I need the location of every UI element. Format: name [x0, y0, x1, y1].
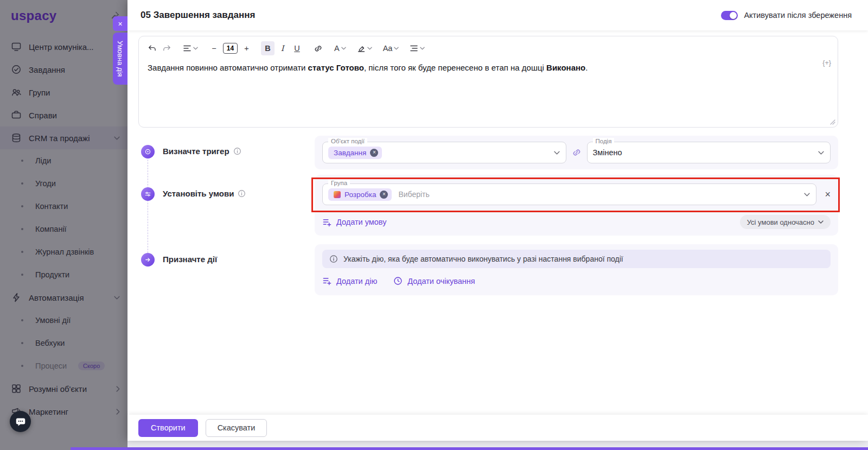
activate-toggle-label: Активувати після збереження	[744, 11, 852, 20]
add-condition-button[interactable]: Додати умову	[322, 218, 386, 227]
group-placeholder: Виберіть	[398, 190, 429, 199]
chip-remove-button[interactable]: ×	[380, 191, 388, 199]
font-size-increase-button[interactable]: +	[240, 41, 253, 55]
add-wait-button[interactable]: Додати очікування	[393, 276, 475, 286]
close-icon: ×	[118, 20, 122, 28]
chevron-down-icon	[367, 47, 372, 50]
chevron-down-icon	[804, 193, 810, 197]
editor-text-bold: статус Готово	[308, 63, 364, 72]
condition-row: Група Розробка × Виберіть ×	[322, 183, 831, 205]
match-mode-dropdown[interactable]: Усі умови одночасно	[740, 215, 831, 229]
editor-text: Завдання повинно автоматично отримати	[148, 63, 308, 72]
editor-toolbar: − 14 + B I U A	[139, 36, 838, 56]
event-value: Змінено	[593, 148, 622, 157]
automation-editor-panel: × Умовна дія 05 Завершення завдання Акти…	[127, 0, 868, 441]
add-wait-label: Додати очікування	[407, 277, 475, 286]
actions-hint-text: Укажіть дію, яка буде автоматично викону…	[343, 255, 623, 263]
add-condition-icon	[322, 218, 331, 227]
align-dropdown-button[interactable]	[181, 41, 200, 55]
create-button[interactable]: Створити	[138, 419, 198, 437]
insert-variable-button[interactable]: {+}	[822, 59, 831, 67]
chevron-down-icon	[394, 47, 399, 50]
underline-button[interactable]: U	[290, 41, 304, 55]
trigger-step-row: Визначте тригер	[163, 147, 241, 156]
chevron-down-icon	[818, 220, 824, 224]
info-icon	[329, 255, 338, 263]
app: uspacy Центр комуніка... Завдання Групи …	[0, 0, 868, 450]
editor-text: .	[585, 63, 588, 72]
panel-side-tab: × Умовна дія	[113, 16, 127, 85]
conditions-section: Група Розробка × Виберіть × Додати умову	[315, 175, 838, 236]
actions-section: Укажіть дію, яка буде автоматично викону…	[315, 244, 838, 295]
editor-body[interactable]: Завдання повинно автоматично отримати ст…	[139, 56, 838, 80]
typography-label: Aa	[383, 44, 393, 53]
chevron-down-icon	[818, 151, 824, 155]
clock-icon	[393, 276, 403, 286]
event-object-field[interactable]: Об'єкт події Завдання ×	[322, 142, 566, 163]
activate-toggle[interactable]	[721, 11, 738, 20]
conditions-step-icon	[141, 187, 155, 201]
add-action-icon	[322, 276, 331, 286]
actions-step-title: Призначте дії	[163, 255, 217, 264]
conditions-step-title: Установіть умови	[163, 189, 234, 198]
actions-step-row: Призначте дії	[163, 255, 217, 264]
page-title: 05 Завершення завдання	[141, 10, 255, 21]
redo-button[interactable]	[160, 41, 174, 55]
palette-avatar	[334, 191, 341, 198]
cancel-button[interactable]: Скасувати	[206, 419, 267, 437]
bold-button[interactable]: B	[261, 41, 275, 55]
panel-header: 05 Завершення завдання Активувати після …	[127, 0, 868, 30]
trigger-step-title: Визначте тригер	[163, 147, 229, 156]
tab-conditional-action[interactable]: Умовна дія	[113, 33, 127, 85]
add-action-label: Додати дію	[336, 277, 377, 286]
condition-actions-row: Додати умову Усі умови одночасно	[322, 215, 831, 229]
chevron-down-icon	[193, 47, 198, 50]
font-color-label: A	[334, 44, 340, 53]
conditions-step-row: Установіть умови	[163, 189, 246, 198]
editor-text-bold: Виконано	[546, 63, 585, 72]
group-field[interactable]: Група Розробка × Виберіть	[322, 183, 816, 205]
info-icon[interactable]	[233, 147, 241, 155]
chat-bubble-icon	[15, 416, 27, 428]
add-action-button[interactable]: Додати дію	[322, 276, 377, 286]
chevron-down-icon	[420, 47, 425, 50]
chip-remove-button[interactable]: ×	[370, 149, 378, 157]
actions-links-row: Додати дію Додати очікування	[322, 276, 831, 286]
info-icon[interactable]	[238, 189, 246, 198]
font-color-button[interactable]: A	[333, 41, 348, 55]
event-object-chip: Завдання ×	[328, 147, 382, 159]
chat-fab-button[interactable]	[10, 411, 31, 432]
list-dropdown-button[interactable]	[408, 41, 426, 55]
italic-button[interactable]: I	[276, 41, 289, 55]
group-label: Група	[328, 180, 350, 186]
bottom-accent-bar	[71, 447, 868, 450]
event-field[interactable]: Подія Змінено	[587, 142, 831, 163]
remove-condition-button[interactable]: ×	[825, 189, 831, 199]
panel-footer: Створити Скасувати	[127, 415, 868, 441]
modal-overlay	[0, 0, 127, 450]
add-condition-label: Додати умову	[336, 218, 386, 226]
event-label: Подія	[593, 138, 615, 144]
activate-toggle-group: Активувати після збереження	[721, 11, 852, 20]
link-connector-icon	[572, 148, 582, 157]
editor-text: , після того як буде перенесено в етап н…	[364, 63, 546, 72]
trigger-section: Об'єкт події Завдання × Подія Змінено	[315, 136, 838, 169]
close-panel-button[interactable]: ×	[113, 16, 127, 31]
resize-handle[interactable]	[830, 119, 835, 125]
insert-link-button[interactable]	[311, 41, 325, 55]
undo-button[interactable]	[145, 41, 159, 55]
highlight-color-button[interactable]	[355, 41, 374, 55]
chevron-down-icon	[554, 151, 560, 155]
actions-step-icon	[141, 253, 155, 267]
chevron-down-icon	[341, 47, 346, 50]
event-object-label: Об'єкт події	[328, 138, 367, 144]
font-size-value[interactable]: 14	[223, 43, 238, 54]
font-size-decrease-button[interactable]: −	[207, 41, 221, 55]
chip-label: Розробка	[344, 191, 376, 199]
actions-hint-banner: Укажіть дію, яка буде автоматично викону…	[322, 250, 831, 268]
steps-connector-line	[148, 160, 148, 253]
description-editor: − 14 + B I U A	[138, 36, 838, 128]
match-mode-label: Усі умови одночасно	[747, 218, 814, 226]
group-chip: Розробка ×	[328, 188, 392, 201]
typography-button[interactable]: Aa	[381, 41, 401, 55]
